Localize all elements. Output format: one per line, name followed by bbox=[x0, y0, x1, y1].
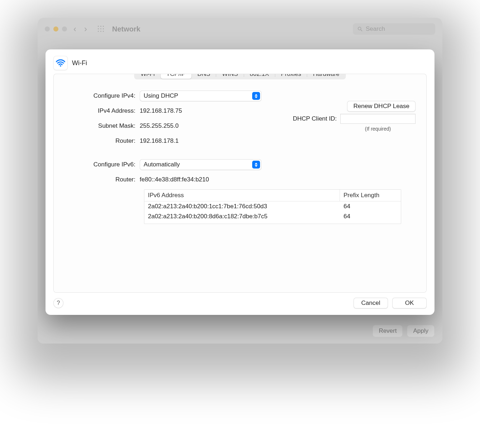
configure-ipv6-select[interactable]: Automatically bbox=[140, 159, 261, 170]
configure-ipv6-value: Automatically bbox=[144, 161, 180, 168]
tab-bar: Wi-Fi TCP/IP DNS WINS 802.1X Proxies Har… bbox=[134, 74, 346, 79]
revert-button: Revert bbox=[373, 325, 403, 337]
tab-dns[interactable]: DNS bbox=[192, 74, 216, 79]
configure-ipv4-value: Using DHCP bbox=[144, 92, 178, 99]
configure-ipv4-label: Configure IPv4: bbox=[64, 92, 140, 99]
cancel-button[interactable]: Cancel bbox=[354, 298, 388, 308]
if-required-hint: (If required) bbox=[340, 126, 416, 132]
tab-hardware[interactable]: Hardware bbox=[307, 74, 345, 79]
tcpip-panel: Wi-Fi TCP/IP DNS WINS 802.1X Proxies Har… bbox=[53, 74, 427, 293]
ipv6-address-cell: 2a02:a213:2a40:b200:1cc1:7be1:76cd:50d3 bbox=[144, 201, 340, 211]
ok-button[interactable]: OK bbox=[392, 298, 427, 308]
chevron-up-down-icon bbox=[252, 161, 260, 169]
tab-proxies[interactable]: Proxies bbox=[275, 74, 307, 79]
ipv4-address-value: 192.168.178.75 bbox=[140, 107, 182, 115]
prefix-length-cell: 64 bbox=[340, 201, 401, 211]
dhcp-client-id-label: DHCP Client ID: bbox=[293, 115, 337, 122]
wifi-icon bbox=[53, 56, 68, 70]
ipv6-address-table: IPv6 Address Prefix Length 2a02:a213:2a4… bbox=[144, 189, 401, 224]
ipv6-address-column-header[interactable]: IPv6 Address bbox=[144, 190, 340, 201]
tab-wins[interactable]: WINS bbox=[216, 74, 244, 79]
configure-ipv6-label: Configure IPv6: bbox=[64, 161, 140, 168]
router-v6-value: fe80::4e38:d8ff:fe34:b210 bbox=[140, 176, 209, 183]
ipv4-address-label: IPv4 Address: bbox=[64, 107, 140, 115]
prefix-length-column-header[interactable]: Prefix Length bbox=[340, 190, 401, 201]
window-footer: Revert Apply bbox=[373, 325, 435, 337]
apply-button: Apply bbox=[407, 325, 435, 337]
preferences-window: ‹ › Network Search Revert Apply Wi-Fi Wi… bbox=[38, 18, 442, 344]
table-row[interactable]: 2a02:a213:2a40:b200:1cc1:7be1:76cd:50d3 … bbox=[144, 201, 401, 211]
dhcp-client-id-input[interactable] bbox=[340, 114, 416, 124]
svg-point-2 bbox=[60, 65, 61, 67]
router-v4-value: 192.168.178.1 bbox=[140, 137, 179, 145]
chevron-up-down-icon bbox=[252, 92, 260, 100]
renew-dhcp-lease-button[interactable]: Renew DHCP Lease bbox=[347, 101, 416, 112]
tab-wifi[interactable]: Wi-Fi bbox=[135, 74, 160, 79]
subnet-mask-label: Subnet Mask: bbox=[64, 122, 140, 130]
advanced-sheet: Wi-Fi Wi-Fi TCP/IP DNS WINS 802.1X Proxi… bbox=[45, 49, 435, 315]
help-button[interactable]: ? bbox=[53, 298, 63, 308]
router-v6-label: Router: bbox=[64, 176, 140, 183]
prefix-length-cell: 64 bbox=[340, 211, 401, 221]
interface-name: Wi-Fi bbox=[72, 59, 87, 67]
tab-tcpip[interactable]: TCP/IP bbox=[160, 74, 192, 79]
tab-8021x[interactable]: 802.1X bbox=[244, 74, 275, 79]
configure-ipv4-select[interactable]: Using DHCP bbox=[140, 91, 261, 101]
table-row[interactable]: 2a02:a213:2a40:b200:8d6a:c182:7dbe:b7c5 … bbox=[144, 211, 401, 221]
subnet-mask-value: 255.255.255.0 bbox=[140, 122, 179, 130]
ipv6-address-cell: 2a02:a213:2a40:b200:8d6a:c182:7dbe:b7c5 bbox=[144, 211, 340, 221]
router-v4-label: Router: bbox=[64, 137, 140, 145]
